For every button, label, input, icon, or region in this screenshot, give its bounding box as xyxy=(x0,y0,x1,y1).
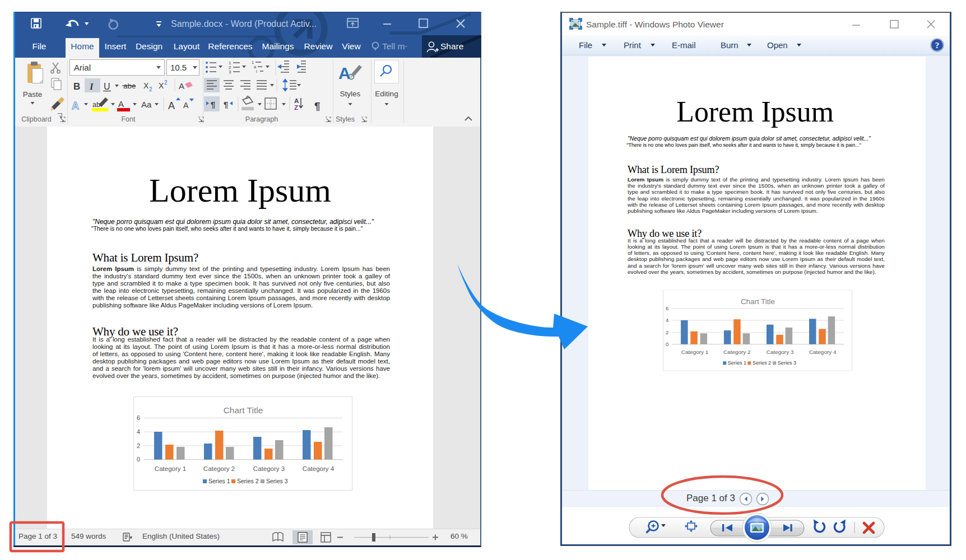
svg-text:Paste: Paste xyxy=(23,90,43,99)
svg-text:Series 1: Series 1 xyxy=(728,360,746,366)
svg-text:Category 1: Category 1 xyxy=(681,349,709,355)
svg-text:Series 1: Series 1 xyxy=(208,478,230,484)
svg-text:U: U xyxy=(104,82,110,91)
svg-text:Chart Title: Chart Title xyxy=(224,405,263,415)
svg-text:Category 4: Category 4 xyxy=(303,465,335,472)
svg-text:2: 2 xyxy=(666,329,668,335)
svg-text:A: A xyxy=(294,97,299,104)
svg-text:3: 3 xyxy=(229,69,231,74)
svg-text:A: A xyxy=(72,100,79,111)
svg-text:Series 3: Series 3 xyxy=(266,478,288,484)
svg-text:0: 0 xyxy=(666,341,668,347)
svg-text:0: 0 xyxy=(137,456,140,463)
svg-text:A: A xyxy=(179,81,184,91)
svg-text:A: A xyxy=(118,99,124,109)
svg-text:Series 2: Series 2 xyxy=(237,478,259,484)
svg-text:Editing: Editing xyxy=(375,90,398,98)
svg-text:Series 3: Series 3 xyxy=(778,360,796,366)
svg-text:4: 4 xyxy=(666,317,668,323)
svg-text:A: A xyxy=(168,100,175,111)
svg-text:¶: ¶ xyxy=(211,100,215,109)
svg-text:Series 2: Series 2 xyxy=(753,360,771,366)
svg-text:Category 4: Category 4 xyxy=(809,349,837,355)
svg-text:Styles: Styles xyxy=(340,90,361,98)
svg-text:A: A xyxy=(183,101,189,110)
svg-text:i: i xyxy=(256,69,257,74)
svg-text:X: X xyxy=(143,81,149,90)
svg-text:4: 4 xyxy=(137,428,140,435)
svg-text:6: 6 xyxy=(137,414,140,421)
svg-text:B: B xyxy=(73,81,80,92)
svg-text:Category 3: Category 3 xyxy=(253,465,285,472)
svg-text:2: 2 xyxy=(164,80,168,86)
svg-text:Category 3: Category 3 xyxy=(767,349,794,355)
svg-text:Category 2: Category 2 xyxy=(723,349,751,355)
svg-text:Chart Title: Chart Title xyxy=(741,297,775,306)
svg-text:Aa: Aa xyxy=(141,100,152,109)
svg-text:10.5: 10.5 xyxy=(170,63,187,72)
svg-text:6: 6 xyxy=(666,305,668,311)
svg-text:2: 2 xyxy=(149,86,152,92)
svg-text:¶: ¶ xyxy=(224,100,228,109)
svg-text:¶: ¶ xyxy=(314,100,321,112)
svg-text:Z: Z xyxy=(294,104,298,111)
svg-text:Arial: Arial xyxy=(74,63,91,72)
svg-text:2: 2 xyxy=(137,442,140,449)
svg-text:A: A xyxy=(338,64,351,82)
svg-text:Category 2: Category 2 xyxy=(203,465,235,472)
svg-text:?: ? xyxy=(935,41,940,50)
svg-text:X: X xyxy=(159,81,164,90)
svg-text:Category 1: Category 1 xyxy=(155,465,186,472)
